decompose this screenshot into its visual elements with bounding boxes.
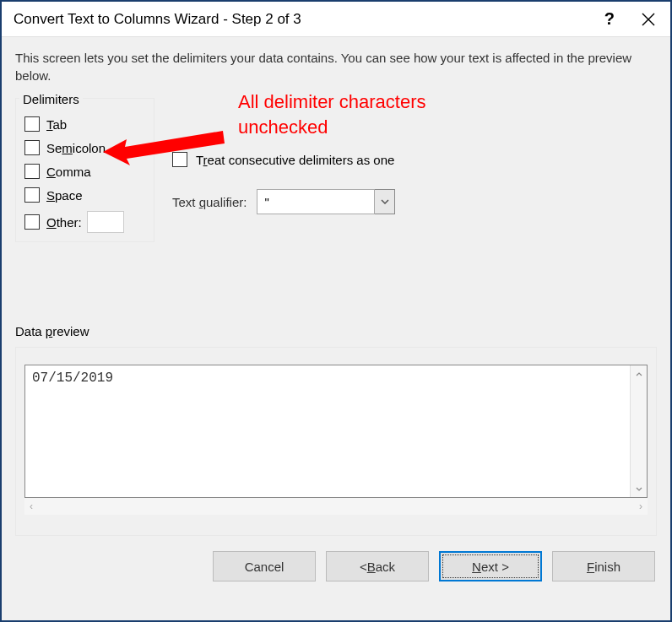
delimiter-semicolon-label[interactable]: Semicolon [46, 141, 106, 155]
cancel-button[interactable]: Cancel [213, 551, 316, 581]
wizard-description: This screen lets you set the delimiters … [15, 49, 657, 84]
delimiter-other-label[interactable]: Other: [46, 215, 82, 230]
scroll-right-icon[interactable]: › [639, 500, 642, 512]
delimiter-space-row: Space [24, 187, 145, 203]
delimiter-other-input[interactable] [87, 211, 124, 233]
delimiter-comma-label[interactable]: Comma [46, 165, 91, 179]
delimiter-tab-checkbox[interactable] [24, 116, 40, 132]
vertical-scrollbar[interactable] [630, 365, 647, 497]
data-preview-label: Data preview [15, 324, 89, 338]
delimiter-space-checkbox[interactable] [24, 187, 40, 203]
back-button[interactable]: < Back [326, 551, 429, 581]
help-icon[interactable]: ? [604, 9, 615, 29]
close-icon[interactable] [638, 9, 658, 30]
text-qualifier-select[interactable]: " [257, 189, 395, 214]
scroll-left-icon[interactable]: ‹ [30, 500, 33, 512]
horizontal-scrollbar[interactable]: ‹ › [24, 498, 648, 515]
delimiters-group-label: Delimiters [19, 92, 83, 106]
delimiter-other-row: Other: [24, 211, 145, 233]
titlebar: Convert Text to Columns Wizard - Step 2 … [2, 2, 670, 37]
delimiter-semicolon-row: Semicolon [24, 140, 145, 155]
delimiter-semicolon-checkbox[interactable] [24, 140, 40, 155]
delimiter-other-checkbox[interactable] [24, 214, 40, 230]
scroll-down-icon[interactable] [631, 480, 647, 497]
delimiter-tab-row: Tab [24, 116, 145, 132]
data-preview-content: 07/15/2019 [25, 365, 630, 497]
treat-consecutive-row: Treat consecutive delimiters as one [172, 152, 395, 167]
data-preview-section: Data preview 07/15/2019 ‹ › [15, 324, 657, 536]
treat-consecutive-label[interactable]: Treat consecutive delimiters as one [196, 153, 394, 167]
text-qualifier-label: Text qualifier: [172, 195, 247, 209]
text-qualifier-value[interactable]: " [257, 189, 375, 214]
delimiter-comma-checkbox[interactable] [24, 164, 40, 179]
chevron-down-icon[interactable] [375, 189, 395, 214]
finish-button[interactable]: Finish [552, 551, 655, 581]
delimiter-comma-row: Comma [24, 164, 145, 179]
delimiter-tab-label[interactable]: Tab [46, 117, 67, 132]
delimiters-group: Delimiters Tab Semicolon Comma Space [15, 98, 154, 242]
next-button[interactable]: Next > [439, 551, 542, 581]
data-preview-box: 07/15/2019 [24, 365, 648, 498]
treat-consecutive-checkbox[interactable] [172, 152, 187, 167]
scroll-up-icon[interactable] [631, 365, 647, 382]
window-title: Convert Text to Columns Wizard - Step 2 … [14, 11, 604, 28]
delimiter-space-label[interactable]: Space [46, 188, 83, 203]
